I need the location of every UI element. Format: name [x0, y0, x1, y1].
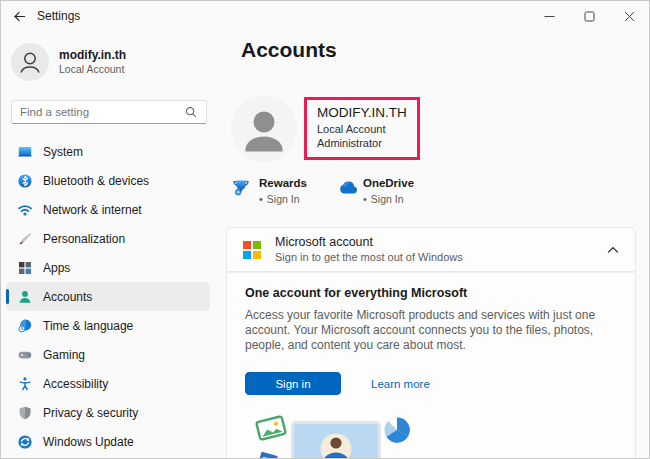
bluetooth-icon [17, 173, 33, 189]
person-silhouette-icon [231, 96, 297, 162]
system-icon [17, 144, 33, 160]
sidebar-item-apps[interactable]: Apps [6, 253, 210, 282]
illustration-graphic [247, 412, 617, 459]
search-icon [184, 105, 198, 119]
documents-icon [256, 452, 278, 459]
time-language-icon [17, 318, 33, 334]
sidebar-item-network-internet[interactable]: Network & internet [6, 195, 210, 224]
account-name: MODIFY.IN.TH [317, 104, 407, 122]
window-title: Settings [37, 9, 80, 23]
search-box[interactable] [11, 100, 207, 124]
status-bullet: • [363, 194, 367, 204]
person-outline-icon [11, 43, 49, 81]
sidebar-item-label: Apps [43, 261, 70, 275]
close-icon [624, 11, 635, 22]
network-icon [17, 202, 33, 218]
accounts-icon [17, 289, 33, 305]
ms-logo-green [253, 241, 261, 249]
service-status[interactable]: • Sign In [259, 193, 307, 205]
sidebar-profile-text: modify.in.th Local Account [59, 48, 126, 76]
sidebar-item-label: Bluetooth & devices [43, 174, 149, 188]
sidebar-avatar [11, 43, 49, 81]
sidebar-item-label: Accessibility [43, 377, 108, 391]
sidebar-item-gaming[interactable]: Gaming [6, 340, 210, 369]
back-arrow-icon [12, 9, 27, 24]
minimize-button[interactable] [529, 1, 569, 31]
onedrive-icon [335, 178, 355, 198]
sidebar-item-personalization[interactable]: Personalization [6, 224, 210, 253]
services-row: Rewards • Sign In OneDrive • Sign In [231, 177, 414, 205]
onedrive-text: OneDrive • Sign In [363, 177, 414, 205]
main-content: Accounts MODIFY.IN.TH Local Account Admi… [218, 31, 649, 458]
microsoft-card-subtitle: Sign in to get the most out of Windows [275, 250, 593, 264]
sign-in-link[interactable]: Sign In [371, 193, 404, 205]
sidebar-item-bluetooth-devices[interactable]: Bluetooth & devices [6, 166, 210, 195]
microsoft-promo-panel: One account for everything Microsoft Acc… [226, 272, 636, 459]
sidebar-item-label: Gaming [43, 348, 85, 362]
promo-body-text: Access your favorite Microsoft products … [245, 308, 599, 353]
ms-logo-yellow [253, 251, 261, 259]
ms-logo-blue [243, 251, 251, 259]
titlebar: Settings [1, 1, 649, 31]
microsoft-account-card[interactable]: Microsoft account Sign in to get the mos… [226, 227, 636, 272]
maximize-button[interactable] [569, 1, 609, 31]
sidebar-item-label: Personalization [43, 232, 125, 246]
sidebar-profile[interactable]: modify.in.th Local Account [11, 43, 126, 81]
sidebar: modify.in.th Local Account System Bl [1, 31, 218, 458]
sidebar-item-accessibility[interactable]: Accessibility [6, 369, 210, 398]
promo-heading: One account for everything Microsoft [245, 286, 617, 300]
microsoft-card-title: Microsoft account [275, 235, 593, 250]
rewards-icon [231, 178, 251, 198]
account-info-highlight-box: MODIFY.IN.TH Local Account Administrator [304, 97, 420, 160]
service-name: Rewards [259, 177, 307, 190]
rewards-service[interactable]: Rewards • Sign In [231, 177, 307, 205]
microsoft-logo-icon [243, 241, 261, 259]
settings-window: Settings modify.in.th [0, 0, 650, 459]
onedrive-service[interactable]: OneDrive • Sign In [335, 177, 414, 205]
sidebar-item-label: Windows Update [43, 435, 134, 449]
windows-update-icon [17, 434, 33, 450]
gaming-icon [17, 347, 33, 363]
sidebar-item-label: Time & language [43, 319, 133, 333]
selected-indicator [6, 289, 9, 304]
sidebar-item-time-language[interactable]: Time & language [6, 311, 210, 340]
sidebar-nav: System Bluetooth & devices Network & int… [6, 137, 210, 456]
maximize-icon [584, 11, 595, 22]
sidebar-item-label: Privacy & security [43, 406, 138, 420]
rewards-text: Rewards • Sign In [259, 177, 307, 205]
promo-actions: Sign in Learn more [245, 372, 617, 395]
personalization-icon [17, 231, 33, 247]
back-button[interactable] [1, 1, 37, 31]
service-name: OneDrive [363, 177, 414, 190]
sidebar-item-accounts[interactable]: Accounts [6, 282, 210, 311]
sidebar-item-system[interactable]: System [6, 137, 210, 166]
accessibility-icon [17, 376, 33, 392]
photo-icon [256, 416, 286, 440]
sidebar-item-label: Accounts [43, 290, 92, 304]
sidebar-item-label: System [43, 145, 83, 159]
chevron-up-icon[interactable] [607, 246, 619, 254]
account-type: Local Account [317, 122, 407, 136]
sidebar-item-label: Network & internet [43, 203, 142, 217]
sidebar-profile-type: Local Account [59, 63, 126, 76]
ms-logo-red [243, 241, 251, 249]
sidebar-profile-name: modify.in.th [59, 48, 126, 62]
sidebar-item-windows-update[interactable]: Windows Update [6, 427, 210, 456]
privacy-security-icon [17, 405, 33, 421]
account-avatar [231, 96, 297, 162]
sidebar-item-privacy-security[interactable]: Privacy & security [6, 398, 210, 427]
status-bullet: • [259, 194, 263, 204]
microsoft-card-text: Microsoft account Sign in to get the mos… [275, 235, 593, 264]
account-role: Administrator [317, 136, 407, 150]
sign-in-button[interactable]: Sign in [245, 372, 341, 395]
minimize-icon [544, 11, 555, 22]
microsoft-account-illustration [247, 412, 617, 459]
close-button[interactable] [609, 1, 649, 31]
learn-more-link[interactable]: Learn more [371, 378, 430, 390]
page-title: Accounts [241, 38, 337, 62]
search-input[interactable] [20, 106, 184, 118]
service-status[interactable]: • Sign In [363, 193, 414, 205]
apps-icon [17, 260, 33, 276]
sign-in-link[interactable]: Sign In [267, 193, 300, 205]
